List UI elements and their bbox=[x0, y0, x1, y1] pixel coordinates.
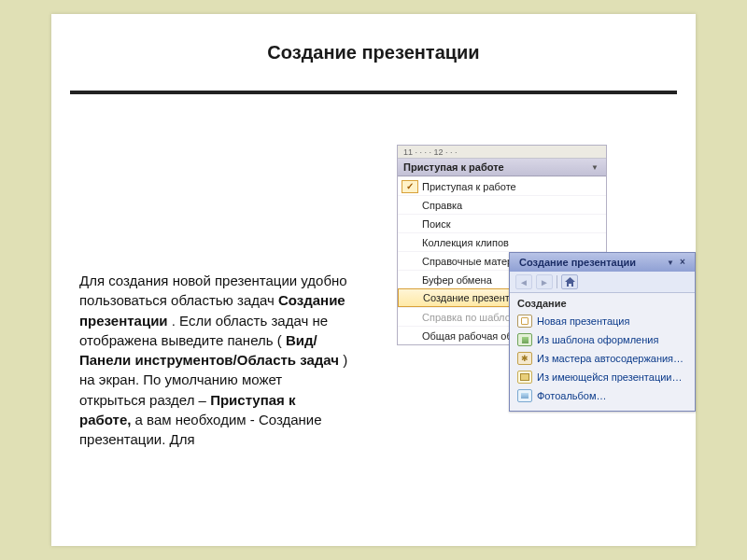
creation-pane-title: Создание презентации bbox=[519, 257, 636, 268]
menu-item-clipart[interactable]: Коллекция клипов bbox=[398, 232, 606, 251]
photo-icon bbox=[517, 389, 532, 402]
creation-item-label: Фотоальбом… bbox=[537, 390, 607, 401]
blank-icon bbox=[402, 273, 418, 287]
nav-back-button[interactable]: ◄ bbox=[515, 274, 532, 289]
home-button[interactable] bbox=[561, 274, 578, 289]
menu-item-label: Справка по шаблону bbox=[422, 312, 521, 323]
wizard-icon bbox=[517, 352, 532, 365]
menu-item-label: Коллекция клипов bbox=[422, 237, 509, 248]
create-from-existing[interactable]: Из имеющейся презентации… bbox=[514, 368, 691, 386]
menu-item-label: Буфер обмена bbox=[422, 274, 492, 286]
blank-icon bbox=[402, 236, 418, 249]
document-icon bbox=[517, 315, 532, 328]
task-pane-header-label: Приступая к работе bbox=[403, 161, 504, 173]
chevron-down-icon: ▼ bbox=[667, 259, 674, 267]
creation-pane: Создание презентации ▼ × ◄ ► Создание Но… bbox=[509, 252, 696, 412]
creation-item-label: Из мастера автосодержания… bbox=[537, 353, 684, 364]
blank-icon bbox=[402, 291, 419, 304]
creation-pane-toolbar: ◄ ► bbox=[510, 272, 695, 293]
creation-section-label: Создание bbox=[510, 293, 695, 312]
task-pane-header[interactable]: Приступая к работе ▼ bbox=[398, 159, 606, 176]
create-blank-presentation[interactable]: Новая презентация bbox=[514, 312, 691, 330]
menu-item-help[interactable]: Справка bbox=[398, 195, 606, 214]
create-photo-album[interactable]: Фотоальбом… bbox=[514, 386, 691, 405]
check-icon bbox=[402, 180, 418, 193]
chevron-down-icon: ▼ bbox=[591, 163, 599, 172]
ruler: 11 · · · · 12 · · · bbox=[398, 146, 606, 159]
menu-item-search[interactable]: Поиск bbox=[398, 214, 606, 232]
menu-item-label: Приступая к работе bbox=[422, 181, 516, 192]
creation-pane-title-bar[interactable]: Создание презентации ▼ × bbox=[510, 253, 695, 272]
slide-body-text: Для создания новой презентации удобно по… bbox=[79, 271, 350, 450]
home-icon bbox=[565, 277, 575, 287]
title-divider bbox=[70, 91, 677, 94]
blank-icon bbox=[402, 255, 418, 268]
toolbar-divider bbox=[557, 275, 557, 288]
menu-item-label: Справка bbox=[422, 200, 462, 211]
close-icon[interactable]: × bbox=[676, 256, 689, 269]
blank-icon bbox=[402, 311, 418, 324]
creation-list: Новая презентация Из шаблона оформления … bbox=[510, 312, 695, 411]
template-icon bbox=[517, 333, 532, 346]
menu-item-getting-started[interactable]: Приступая к работе bbox=[398, 176, 606, 195]
slide: Создание презентации Для создания новой … bbox=[51, 14, 696, 546]
blank-icon bbox=[402, 199, 418, 212]
menu-item-label: Поиск bbox=[422, 218, 450, 230]
create-from-autocontent-wizard[interactable]: Из мастера автосодержания… bbox=[514, 349, 691, 368]
slide-title: Создание презентации bbox=[51, 42, 696, 63]
blank-icon bbox=[402, 329, 418, 343]
blank-icon bbox=[402, 217, 418, 231]
create-from-template[interactable]: Из шаблона оформления bbox=[514, 330, 691, 349]
creation-item-label: Новая презентация bbox=[537, 315, 629, 327]
folder-icon bbox=[517, 371, 532, 384]
creation-item-label: Из шаблона оформления bbox=[537, 334, 658, 345]
creation-item-label: Из имеющейся презентации… bbox=[537, 371, 682, 383]
nav-forward-button[interactable]: ► bbox=[536, 274, 553, 289]
